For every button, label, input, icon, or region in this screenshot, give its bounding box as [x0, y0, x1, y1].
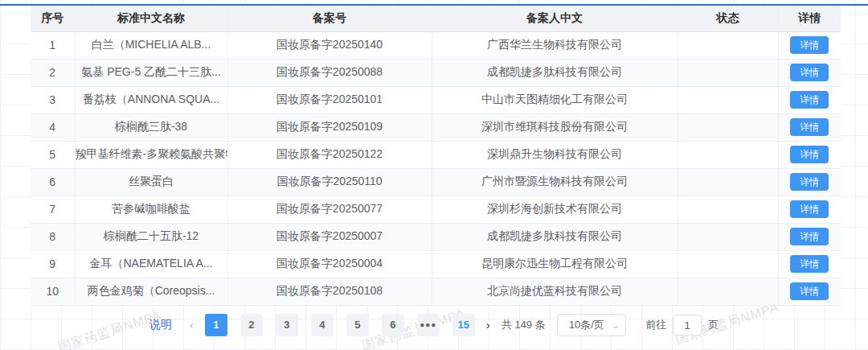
page-button-5[interactable]: 5 — [346, 314, 369, 336]
cell-reg-no: 国妆原备字20250007 — [227, 223, 432, 250]
next-page-icon[interactable]: › — [481, 314, 495, 336]
table-row: 2 氨基 PEG-5 乙酰二十三肽... 国妆原备字20250088 成都凯捷多… — [31, 59, 841, 86]
header-registration-number: 备案号 — [227, 6, 432, 31]
cell-status — [678, 250, 778, 278]
cell-detail: 详情 — [778, 196, 841, 223]
detail-button[interactable]: 详情 — [790, 36, 829, 54]
page-button-15[interactable]: 15 — [452, 314, 475, 336]
cell-reg-no: 国妆原备字20250108 — [227, 278, 432, 305]
detail-button[interactable]: 详情 — [790, 64, 829, 81]
more-pages-icon[interactable]: ●●● — [417, 314, 440, 336]
header-detail: 详情 — [778, 6, 841, 31]
cell-index: 6 — [31, 168, 75, 196]
cell-name: 两色金鸡菊（Coreopsis... — [75, 278, 227, 305]
cell-status — [678, 59, 778, 86]
cell-registrant: 北京尚捷优蓝科技有限公司 — [432, 278, 678, 305]
cell-name: 丝聚蛋白 — [75, 168, 227, 196]
cell-detail: 详情 — [778, 223, 841, 250]
page-button-2[interactable]: 2 — [240, 314, 263, 336]
cell-registrant: 广西华兰生物科技有限公司 — [432, 31, 678, 59]
table-row: 1 白兰（MICHELIA ALB... 国妆原备字20250140 广西华兰生… — [31, 31, 841, 59]
total-count-label: 共 149 条 — [502, 318, 546, 332]
cell-detail: 详情 — [778, 250, 841, 278]
table-row: 10 两色金鸡菊（Coreopsis... 国妆原备字20250108 北京尚捷… — [31, 278, 841, 305]
cell-status — [678, 113, 778, 141]
cell-registrant: 深圳鼎升生物科技有限公司 — [432, 141, 678, 168]
cell-reg-no: 国妆原备字20250004 — [227, 250, 432, 278]
detail-button[interactable]: 详情 — [790, 173, 829, 191]
header-registrant-chinese: 备案人中文 — [432, 6, 678, 31]
header-status: 状态 — [678, 6, 778, 31]
detail-button[interactable]: 详情 — [790, 255, 829, 273]
cell-status — [678, 278, 778, 305]
page-size-select[interactable]: 10条/页 ⌄ — [557, 314, 626, 336]
pagination-bar: 说明 ‹ 1 2 3 4 5 6 ●●● 15 › 共 149 条 10条/页 … — [0, 314, 868, 336]
page: 国家药监局NMPA 国家药监局NMPA 国家药监局NMPA 序号 标准中文名称 … — [0, 0, 868, 350]
cell-reg-no: 国妆原备字20250088 — [227, 59, 432, 86]
cell-registrant: 深圳市维琪科技股份有限公司 — [432, 113, 678, 141]
cell-registrant: 成都凯捷多肽科技有限公司 — [432, 223, 678, 250]
cell-name: 白兰（MICHELIA ALB... — [75, 31, 227, 59]
goto-label: 前往 — [645, 318, 666, 332]
cell-registrant: 深圳杉海创新技术有限公司 — [432, 196, 678, 223]
cell-detail: 详情 — [778, 86, 841, 113]
table-row: 4 棕榈酰三肽-38 国妆原备字20250109 深圳市维琪科技股份有限公司 详… — [31, 113, 841, 141]
cell-detail: 详情 — [778, 278, 841, 305]
header-index: 序号 — [31, 6, 75, 31]
detail-button[interactable]: 详情 — [790, 228, 829, 245]
table-row: 3 番荔枝（ANNONA SQUA... 国妆原备字20250101 中山市天图… — [31, 86, 841, 113]
records-table: 序号 标准中文名称 备案号 备案人中文 状态 详情 1 白兰（MICHELIA … — [31, 6, 841, 306]
cell-reg-no: 国妆原备字20250101 — [227, 86, 432, 113]
note-link[interactable]: 说明 — [149, 318, 172, 332]
cell-name: 羧甲基纤维素-多聚赖氨酸共聚物 — [75, 141, 227, 168]
detail-button[interactable]: 详情 — [790, 146, 829, 163]
page-button-6[interactable]: 6 — [382, 314, 404, 336]
cell-status — [678, 196, 778, 223]
records-table-container: 序号 标准中文名称 备案号 备案人中文 状态 详情 1 白兰（MICHELIA … — [31, 6, 841, 306]
cell-index: 8 — [31, 223, 75, 250]
cell-detail: 详情 — [778, 59, 841, 86]
cell-detail: 详情 — [778, 31, 841, 59]
page-button-1[interactable]: 1 — [205, 314, 227, 336]
cell-status — [678, 31, 778, 59]
cell-reg-no: 国妆原备字20250110 — [227, 168, 432, 196]
cell-name: 氨基 PEG-5 乙酰二十三肽... — [75, 59, 227, 86]
cell-registrant: 广州市暨源生物科技有限公司 — [432, 168, 678, 196]
cell-status — [678, 168, 778, 196]
goto-page-group: 前往 页 — [645, 315, 719, 336]
cell-name: 番荔枝（ANNONA SQUA... — [75, 86, 227, 113]
table-row: 9 金耳（NAEMATELIA A... 国妆原备字20250004 昆明康尔迅… — [31, 250, 841, 278]
cell-index: 4 — [31, 113, 75, 141]
cell-name: 棕榈酰三肽-38 — [75, 113, 227, 141]
table-row: 5 羧甲基纤维素-多聚赖氨酸共聚物 国妆原备字20250122 深圳鼎升生物科技… — [31, 141, 841, 168]
cell-detail: 详情 — [778, 168, 841, 196]
detail-button[interactable]: 详情 — [790, 91, 829, 109]
cell-status — [678, 141, 778, 168]
cell-status — [678, 86, 778, 113]
cell-status — [678, 223, 778, 250]
prev-page-icon[interactable]: ‹ — [185, 314, 199, 336]
cell-reg-no: 国妆原备字20250077 — [227, 196, 432, 223]
cell-index: 7 — [31, 196, 75, 223]
table-row: 7 苦参碱咖啡酸盐 国妆原备字20250077 深圳杉海创新技术有限公司 详情 — [31, 196, 841, 223]
table-row: 6 丝聚蛋白 国妆原备字20250110 广州市暨源生物科技有限公司 详情 — [31, 168, 841, 196]
cell-detail: 详情 — [778, 141, 841, 168]
page-button-3[interactable]: 3 — [276, 314, 298, 336]
goto-suffix-label: 页 — [708, 318, 719, 332]
header-standard-chinese-name: 标准中文名称 — [75, 6, 227, 31]
top-accent-line — [0, 4, 868, 6]
chevron-down-icon: ⌄ — [611, 321, 620, 330]
cell-detail: 详情 — [778, 113, 841, 141]
cell-reg-no: 国妆原备字20250140 — [227, 31, 432, 59]
cell-name: 金耳（NAEMATELIA A... — [75, 250, 227, 278]
detail-button[interactable]: 详情 — [790, 118, 829, 136]
detail-button[interactable]: 详情 — [790, 282, 829, 300]
page-button-4[interactable]: 4 — [311, 314, 334, 336]
cell-name: 棕榈酰二十五肽-12 — [75, 223, 227, 250]
cell-registrant: 中山市天图精细化工有限公司 — [432, 86, 678, 113]
cell-reg-no: 国妆原备字20250109 — [227, 113, 432, 141]
goto-page-input[interactable] — [673, 315, 702, 336]
page-size-value: 10条/页 — [569, 318, 604, 332]
detail-button[interactable]: 详情 — [790, 200, 829, 218]
table-header-row: 序号 标准中文名称 备案号 备案人中文 状态 详情 — [31, 6, 841, 31]
